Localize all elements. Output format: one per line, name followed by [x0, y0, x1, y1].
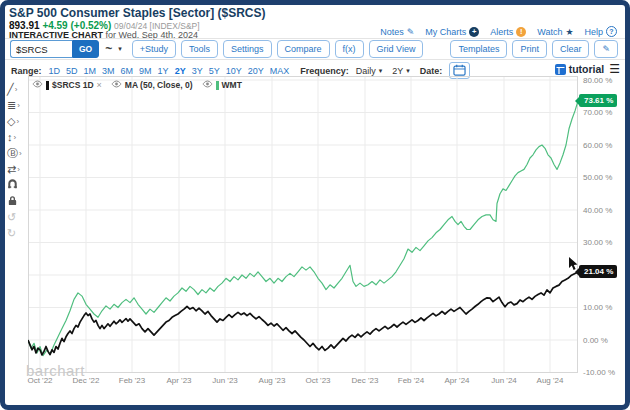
x-axis-label: Apr '24: [444, 376, 469, 385]
x-axis-label: Apr '23: [166, 376, 191, 385]
series-line-wmt: [28, 101, 578, 356]
range-option-9m[interactable]: 9M: [139, 66, 152, 76]
link-watch[interactable]: Watch★: [537, 27, 573, 37]
redo-button-icon: ↻: [7, 227, 16, 240]
star-icon: ★: [565, 27, 573, 37]
shapes-tool[interactable]: ◇›: [7, 115, 19, 128]
toolbar-compare-button[interactable]: Compare: [277, 40, 330, 58]
annotate-pencil-button[interactable]: ✎: [594, 40, 618, 58]
trendline-tool-icon: ╱: [7, 83, 14, 96]
link-label: Help: [584, 27, 603, 37]
price-chart[interactable]: [28, 76, 578, 373]
link-help[interactable]: Help?: [584, 26, 617, 37]
legend-label: $SRCS 1D: [52, 80, 94, 90]
frequency-value: Daily: [356, 66, 376, 76]
toolbar-study-button[interactable]: +Study: [132, 40, 176, 58]
compare-lines-tool[interactable]: ⇄›: [7, 163, 20, 176]
toolbar-grid-view-button[interactable]: Grid View: [369, 40, 424, 58]
clear-button[interactable]: Clear: [552, 40, 590, 58]
remove-series-icon[interactable]: ×: [97, 80, 102, 90]
legend-label: WMT: [222, 80, 242, 90]
y-axis-label: 70.00 %: [583, 108, 612, 117]
x-axis-label: Dec '23: [352, 376, 379, 385]
y-axis-label: 60.00 %: [583, 141, 612, 150]
window-buttons: TemplatesPrintClear✎: [450, 40, 618, 58]
price-change: +4.59 (+0.52%): [42, 20, 111, 31]
legend-item-srcs-1d: $SRCS 1D×: [32, 80, 102, 90]
range-option-2y[interactable]: 2Y: [175, 66, 186, 76]
y-axis-label: 50.00 %: [583, 173, 612, 182]
symbol-input[interactable]: [10, 40, 72, 58]
annotation-marker-tool-icon: Ⓑ: [7, 147, 18, 160]
eye-icon[interactable]: [202, 80, 213, 90]
link-label: Alerts: [490, 27, 513, 37]
eye-icon[interactable]: [111, 80, 122, 90]
range-option-20y[interactable]: 20Y: [248, 66, 264, 76]
magnet-tool[interactable]: [7, 179, 18, 192]
eye-icon[interactable]: [32, 80, 43, 90]
annotation-marker-tool[interactable]: Ⓑ›: [7, 147, 22, 160]
series-color-chip: [216, 81, 219, 90]
link-label: Watch: [537, 27, 562, 37]
circle-question-icon: ?: [606, 26, 617, 37]
toolbar-divider: [5, 59, 625, 60]
chart-type-icon[interactable]: ~: [105, 44, 112, 54]
link-my-charts[interactable]: My Charts+: [425, 27, 479, 37]
x-axis-label: Feb '23: [119, 376, 145, 385]
trendline-tool[interactable]: ╱›: [7, 83, 17, 96]
x-axis-label: Jun '24: [491, 376, 517, 385]
chevron-right-icon: ›: [16, 115, 19, 128]
period-select[interactable]: 2Y ▾: [392, 66, 410, 76]
link-notes[interactable]: Notes✎: [380, 27, 414, 37]
range-option-max[interactable]: MAX: [270, 66, 290, 76]
tutorial-brand: tutorial ☰: [555, 62, 620, 76]
header-links: Notes✎My Charts+Alerts!Watch★Help?: [380, 26, 617, 37]
lock-tool[interactable]: [7, 195, 18, 208]
templates-button[interactable]: Templates: [450, 40, 507, 58]
compare-lines-tool-icon: ⇄: [7, 163, 16, 176]
range-options: 1D5D1M3M6M9M1Y2Y3Y5Y10Y20YMAX: [49, 66, 290, 76]
chart-type-caret-icon[interactable]: ▾: [118, 45, 122, 53]
legend-item-ma-50-close-0: MA (50, Close, 0): [111, 80, 193, 90]
y-axis-label: 30.00 %: [583, 238, 612, 247]
chevron-down-icon: ▾: [406, 67, 410, 75]
range-option-1d[interactable]: 1D: [49, 66, 61, 76]
fibonacci-tool-icon: ≣: [7, 99, 16, 112]
range-option-5y[interactable]: 5Y: [209, 66, 220, 76]
quote-row: 893.91 +4.59 (+0.52%) 09/04/24 [INDEX/S&…: [9, 20, 200, 31]
chart-legend: $SRCS 1D×MA (50, Close, 0)WMT: [32, 80, 242, 90]
annotation-toolbar: ╱›≣›◇›↕›Ⓑ›⇄›↺↻: [7, 83, 22, 240]
y-axis-label: 10.00 %: [583, 303, 612, 312]
range-option-3y[interactable]: 3Y: [192, 66, 203, 76]
frequency-select[interactable]: Daily ▾: [356, 66, 383, 76]
symbol-toolbar: GO ~ ▾ +StudyToolsSettingsComparef(x)Gri…: [10, 40, 423, 58]
shapes-tool-icon: ◇: [7, 115, 15, 128]
y-axis-label: 40.00 %: [583, 206, 612, 215]
link-alerts[interactable]: Alerts!: [490, 27, 526, 37]
go-button[interactable]: GO: [72, 40, 99, 58]
link-label: Notes: [380, 27, 404, 37]
toolbar-settings-button[interactable]: Settings: [223, 40, 272, 58]
range-option-3m[interactable]: 3M: [102, 66, 115, 76]
arrows-tool-icon: ↕: [7, 131, 13, 144]
chevron-right-icon: ›: [17, 99, 20, 112]
print-button[interactable]: Print: [512, 40, 547, 58]
chevron-right-icon: ›: [19, 147, 22, 160]
x-axis-label: Oct '23: [305, 376, 330, 385]
last-price: 893.91: [9, 20, 40, 31]
toolbar-f-x-button[interactable]: f(x): [335, 40, 364, 58]
range-option-10y[interactable]: 10Y: [226, 66, 242, 76]
symbol-input-group: GO: [10, 40, 99, 58]
chevron-down-icon: ▾: [379, 67, 383, 75]
frequency-label: Frequency:: [300, 66, 349, 76]
hamburger-menu-icon[interactable]: ☰: [609, 62, 620, 76]
arrows-tool[interactable]: ↕›: [7, 131, 16, 144]
range-option-1m[interactable]: 1M: [84, 66, 97, 76]
toolbar-tools-button[interactable]: Tools: [181, 40, 218, 58]
range-option-5d[interactable]: 5D: [66, 66, 78, 76]
range-option-6m[interactable]: 6M: [121, 66, 134, 76]
series-line-srcs: [28, 272, 578, 355]
tutorial-logo-text: tutorial: [569, 63, 605, 75]
range-option-1y[interactable]: 1Y: [158, 66, 169, 76]
fibonacci-tool[interactable]: ≣›: [7, 99, 20, 112]
